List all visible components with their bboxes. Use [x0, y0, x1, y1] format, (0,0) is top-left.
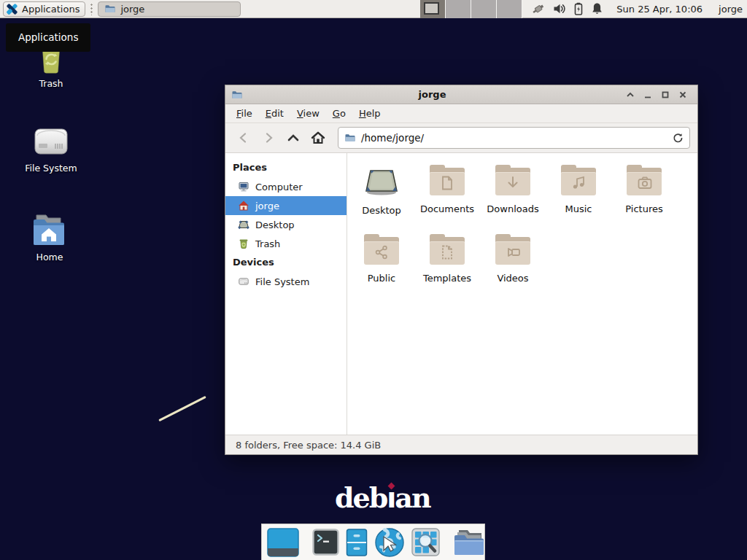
- workspace-window-preview: [424, 2, 439, 15]
- applications-menu-label: Applications: [22, 4, 80, 15]
- notifications-icon[interactable]: [591, 2, 603, 15]
- computer-icon: [238, 181, 249, 192]
- folder-desktop[interactable]: Desktop: [349, 163, 414, 233]
- folder-label: Templates: [423, 273, 471, 284]
- folder-label: Documents: [420, 203, 474, 214]
- toolbar: /home/jorge/: [225, 123, 697, 153]
- applications-tooltip: Applications: [6, 23, 90, 52]
- desktop-stray-line: [158, 396, 206, 421]
- system-tray: [531, 2, 603, 15]
- desktop-icon-file-system[interactable]: File System: [16, 124, 86, 174]
- taskbar-window-label: jorge: [120, 4, 144, 15]
- folder-pictures[interactable]: Pictures: [611, 163, 677, 233]
- menu-view[interactable]: View: [290, 105, 326, 122]
- home-button[interactable]: [307, 128, 329, 148]
- folder-documents[interactable]: Documents: [414, 163, 480, 233]
- close-button[interactable]: [674, 88, 692, 102]
- menu-go[interactable]: Go: [326, 105, 352, 122]
- folder-music[interactable]: Music: [546, 163, 611, 233]
- panel-clock[interactable]: Sun 25 Apr, 10:06: [616, 4, 703, 15]
- sidebar-item-jorge[interactable]: jorge: [225, 196, 347, 215]
- debian-logo: debıan: [335, 481, 430, 514]
- folder-icon: [430, 234, 465, 265]
- sidebar-item-trash[interactable]: Trash: [225, 234, 347, 253]
- folder-label: Downloads: [487, 203, 538, 214]
- location-path[interactable]: /home/jorge/: [361, 132, 667, 144]
- hard-drive-icon: [238, 276, 249, 287]
- forward-button[interactable]: [258, 128, 279, 148]
- desktop-icon: [238, 219, 249, 230]
- folder-label: Pictures: [625, 203, 662, 214]
- sidebar-item-file-system[interactable]: File System: [225, 272, 347, 291]
- dock-terminal[interactable]: [312, 529, 339, 556]
- folder-icon: [495, 165, 530, 195]
- shade-button[interactable]: [622, 88, 639, 102]
- sidebar-item-label: Trash: [255, 238, 280, 249]
- workspace-3[interactable]: [471, 0, 497, 18]
- taskbar-window-button[interactable]: jorge: [98, 1, 241, 17]
- maximize-button[interactable]: [657, 88, 674, 102]
- location-bar[interactable]: /home/jorge/: [338, 127, 690, 149]
- panel-drag-handle[interactable]: [90, 3, 93, 15]
- folder-public[interactable]: Public: [349, 233, 414, 302]
- xfce-logo-icon: [6, 3, 18, 15]
- battery-icon[interactable]: [573, 2, 584, 15]
- folder-icon: [104, 3, 116, 15]
- folder-label: Public: [368, 273, 395, 284]
- up-button[interactable]: [282, 128, 304, 148]
- workspace-2[interactable]: [446, 0, 471, 18]
- applications-menu-button[interactable]: Applications: [3, 1, 85, 17]
- panel-username[interactable]: jorge: [719, 4, 743, 15]
- desktop-icon-label: Trash: [16, 78, 86, 89]
- file-manager-window: jorge File Edit View Go Help: [225, 85, 698, 455]
- terminal-icon: [312, 529, 339, 556]
- sidebar-item-label: Computer: [255, 182, 303, 192]
- folder-icon: [627, 165, 662, 195]
- sidebar-item-label: jorge: [255, 201, 279, 211]
- minimize-button[interactable]: [639, 88, 657, 102]
- dock-file-manager[interactable]: [346, 529, 368, 556]
- menu-edit[interactable]: Edit: [259, 105, 290, 122]
- web-browser-icon: [374, 527, 405, 558]
- desktop-icon-label: File System: [16, 163, 86, 174]
- window-body: Places Computer jorge: [225, 153, 697, 435]
- dock: [261, 524, 485, 560]
- window-title: jorge: [243, 89, 622, 100]
- window-titlebar[interactable]: jorge: [225, 85, 697, 104]
- menu-file[interactable]: File: [230, 105, 259, 122]
- volume-icon[interactable]: [553, 2, 566, 15]
- sidebar-header-places: Places: [225, 158, 347, 177]
- workspace-switcher[interactable]: [420, 0, 522, 18]
- reload-button[interactable]: [672, 132, 684, 144]
- statusbar: 8 folders, Free space: 14.4 GiB: [225, 435, 697, 454]
- folder-icon: [495, 234, 530, 265]
- sidebar-header-devices: Devices: [225, 253, 347, 272]
- workspace-1[interactable]: [420, 0, 446, 18]
- dock-directory[interactable]: [453, 529, 485, 556]
- folder-label: Videos: [497, 273, 528, 284]
- sidebar-item-computer[interactable]: Computer: [225, 177, 347, 196]
- folder-videos[interactable]: Videos: [480, 233, 546, 302]
- top-panel: Applications jorge: [0, 0, 747, 18]
- folder-view[interactable]: Desktop Documents: [347, 153, 697, 435]
- location-folder-icon: [344, 132, 356, 144]
- hard-drive-icon: [33, 124, 69, 159]
- home-folder-icon: [30, 211, 69, 248]
- network-icon[interactable]: [531, 2, 546, 15]
- desktop-icon-home[interactable]: Home: [15, 211, 85, 262]
- folder-templates[interactable]: Templates: [414, 233, 480, 302]
- workspace-4[interactable]: [497, 0, 522, 18]
- desktop-icon-label: Home: [15, 252, 85, 262]
- dock-show-desktop[interactable]: [267, 528, 299, 557]
- sidebar: Places Computer jorge: [225, 153, 347, 435]
- desktop-special-icon: [363, 165, 400, 197]
- sidebar-item-label: Desktop: [255, 219, 295, 230]
- dock-app-finder[interactable]: [411, 528, 440, 556]
- desktop[interactable]: { "panel": { "applications_label": "Appl…: [0, 0, 747, 560]
- folder-downloads[interactable]: Downloads: [480, 163, 546, 233]
- back-button[interactable]: [233, 128, 255, 148]
- menu-help[interactable]: Help: [352, 105, 387, 122]
- dock-web-browser[interactable]: [374, 527, 405, 558]
- sidebar-item-desktop[interactable]: Desktop: [225, 215, 347, 234]
- folder-icon: [561, 165, 596, 195]
